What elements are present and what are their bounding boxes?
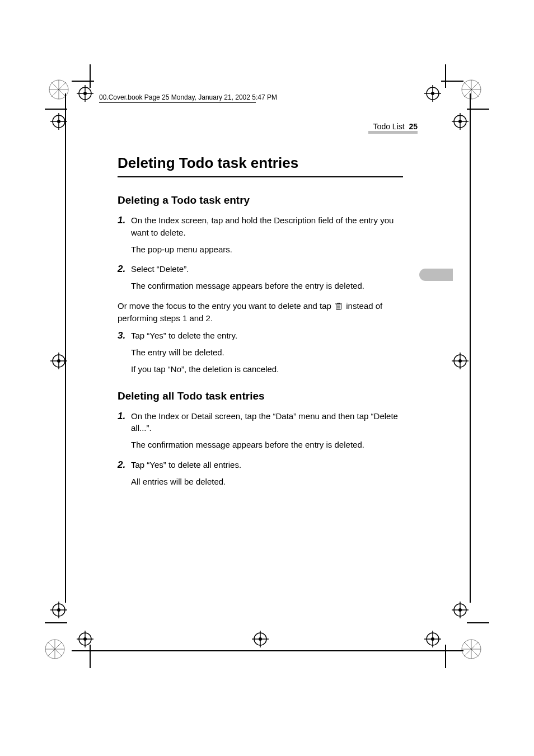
step-result: All entries will be deleted. [131,476,241,488]
page-content: Deleting Todo task entries Deleting a To… [118,154,403,495]
svg-point-17 [431,92,434,95]
svg-point-34 [458,359,462,363]
crop-mark [90,64,91,88]
alt-text-before: Or move the focus to the entry you want … [118,301,334,311]
step-2: 2. Select “Delete”. The confirmation mes… [118,263,403,297]
crop-mark [45,109,67,110]
step-1: 1. On the Index screen, tap and hold the… [118,214,403,260]
crop-mark [72,81,94,82]
registration-mark-icon [48,78,70,101]
svg-point-30 [57,359,60,363]
running-section: Todo List [373,122,405,131]
crop-mark [72,650,94,651]
crop-mark [445,64,446,88]
crosshair-icon [452,353,469,369]
crop-mark [467,109,489,110]
step-number: 2. [118,459,131,492]
running-page-number: 25 [409,122,418,131]
crosshair-icon [424,631,441,647]
crop-mark [470,93,471,362]
registration-mark-icon [460,78,483,101]
crosshair-icon [452,113,469,130]
trash-icon [335,302,342,311]
section1-heading: Deleting a Todo task entry [118,194,403,206]
page-title: Deleting Todo task entries [118,154,403,172]
step-1: 1. On the Index or Detail screen, tap th… [118,410,403,456]
step-3: 3. Tap “Yes” to delete the entry. The en… [118,330,403,379]
step-number: 3. [118,330,131,379]
crop-mark [441,81,463,82]
step-result: The confirmation message appears before … [131,439,403,451]
svg-point-47 [83,637,87,641]
svg-point-13 [57,120,60,123]
crop-mark [45,622,67,623]
svg-point-9 [83,92,87,95]
section2-heading: Deleting all Todo task entries [118,390,403,402]
crop-mark [90,645,91,668]
registration-mark-icon [44,638,66,660]
crosshair-icon [452,602,469,618]
crop-mark [445,645,446,668]
step-text: Select “Delete”. [131,263,364,275]
step-number: 2. [118,263,131,297]
svg-point-59 [431,637,434,641]
crop-mark [441,650,463,651]
registration-mark-icon [460,638,483,660]
step-number: 1. [118,214,131,260]
crosshair-icon [424,85,441,102]
running-head: Todo List 25 [373,122,418,131]
alternative-note: Or move the focus to the entry you want … [118,300,403,325]
book-header-line: 00.Cover.book Page 25 Monday, January 21… [99,93,277,101]
thumb-tab [419,269,453,281]
step-text: On the Index or Detail screen, tap the “… [131,410,403,435]
crop-mark [92,650,442,651]
step-text: Tap “Yes” to delete the entry. [131,330,279,342]
svg-point-51 [259,637,262,641]
svg-point-55 [458,608,462,612]
svg-point-38 [57,608,60,612]
crop-mark [470,362,471,603]
step-result: The pop-up menu appears. [131,243,403,256]
crop-mark [65,362,66,603]
step-2: 2. Tap “Yes” to delete all entries. All … [118,459,403,492]
crosshair-icon [77,631,93,647]
crosshair-icon [50,602,67,618]
step-result: The entry will be deleted. [131,346,279,359]
crosshair-icon [252,631,269,647]
running-rule [368,131,418,134]
svg-point-26 [458,120,462,123]
step-text: Tap “Yes” to delete all entries. [131,459,241,471]
book-header-underline [99,102,256,103]
crop-mark [467,622,489,623]
step-number: 1. [118,410,131,456]
step-result: The confirmation message appears before … [131,280,364,292]
title-rule [118,176,403,177]
crop-mark [65,93,66,362]
step-text: On the Index screen, tap and hold the De… [131,214,403,239]
crosshair-icon [77,85,93,102]
step-result: If you tap “No”, the deletion is cancele… [131,363,279,375]
